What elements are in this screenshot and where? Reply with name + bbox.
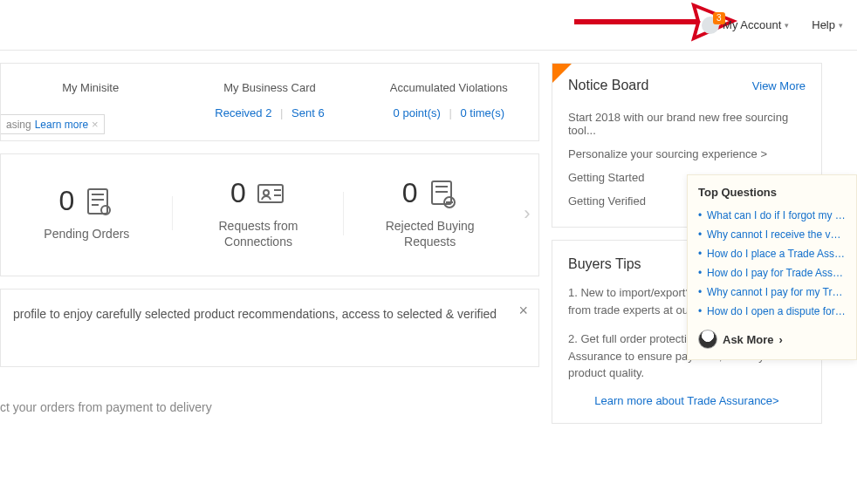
help-menu[interactable]: Help ▾ [812, 18, 843, 31]
recommendations-text: profile to enjoy carefully selected prod… [13, 307, 497, 321]
notice-item[interactable]: Personalize your sourcing experience > [568, 142, 806, 166]
svg-rect-0 [88, 189, 107, 214]
bizcard-header: My Business Card [180, 81, 359, 94]
notification-badge: 3 [713, 12, 725, 24]
corner-badge-icon [552, 64, 572, 83]
learn-more-pill: asing Learn more × [1, 114, 105, 134]
profile-links-card: My Minisite My Business Card Received 2 … [0, 63, 539, 141]
contact-card-icon [255, 178, 286, 209]
pill-text: asing [6, 119, 31, 131]
svg-point-3 [264, 190, 269, 195]
violations-times-link[interactable]: 0 time(s) [460, 106, 504, 119]
bizcard-sent-link[interactable]: Sent 6 [291, 106, 325, 119]
ask-more-label: Ask More [723, 333, 774, 346]
top-bar: 3 My Account ▾ Help ▾ [0, 0, 857, 51]
popover-title: Top Questions [698, 186, 846, 199]
stat-pending-orders[interactable]: 0 Pending Orders [1, 185, 173, 242]
faq-link[interactable]: How do I place a Trade Assur... [698, 244, 846, 263]
stat-label: Rejected Buying Requests [344, 218, 516, 249]
pill-link[interactable]: Learn more [35, 119, 88, 131]
trade-assurance-link[interactable]: Learn more about Trade Assurance> [594, 394, 778, 407]
stat-rejected-requests[interactable]: 0 Rejected Buying Requests [344, 177, 516, 249]
stat-label: Requests from Connections [173, 218, 345, 249]
agent-icon [698, 330, 717, 349]
document-reject-icon [427, 178, 458, 209]
notice-board-title: Notice Board [568, 78, 649, 93]
notice-item[interactable]: Start 2018 with our brand new free sourc… [568, 106, 806, 142]
faq-link[interactable]: How do I pay for Trade Assur... [698, 263, 846, 283]
faq-link[interactable]: Why cannot I receive the verif... [698, 225, 846, 244]
recommendations-card: × profile to enjoy carefully selected pr… [0, 289, 539, 367]
violations-header: Accumulated Violations [360, 81, 538, 94]
chevron-down-icon: ▾ [785, 21, 789, 30]
separator: | [275, 106, 288, 119]
help-label: Help [812, 18, 835, 31]
chevron-right-icon: › [779, 333, 783, 346]
stat-number: 0 [58, 185, 74, 217]
stat-label: Pending Orders [1, 226, 173, 242]
stats-card: 0 Pending Orders 0 Requests from Connect… [0, 153, 539, 276]
faq-link[interactable]: Why cannot I pay for my Trad... [698, 283, 846, 302]
my-account-menu[interactable]: 3 My Account ▾ [702, 17, 789, 34]
document-icon [83, 186, 114, 217]
stat-number: 0 [402, 177, 418, 209]
stat-number: 0 [230, 177, 246, 209]
minisite-header: My Minisite [1, 81, 180, 94]
my-account-label: My Account [723, 18, 781, 31]
view-more-link[interactable]: View More [752, 79, 806, 92]
ask-more-button[interactable]: Ask More › [698, 330, 846, 349]
close-icon[interactable]: × [92, 118, 99, 131]
violations-points-link[interactable]: 0 point(s) [394, 106, 441, 119]
top-questions-popover: Top Questions What can I do if I forgot … [687, 174, 857, 360]
protect-text: ct your orders from payment to delivery [0, 379, 539, 414]
faq-link[interactable]: How do I open a dispute for ... [698, 302, 846, 321]
chevron-down-icon: ▾ [839, 21, 843, 30]
bizcard-received-link[interactable]: Received 2 [215, 106, 271, 119]
close-icon[interactable]: × [518, 302, 528, 320]
faq-link[interactable]: What can I do if I forgot my p... [698, 206, 846, 225]
next-arrow[interactable]: › [516, 202, 538, 225]
separator: | [443, 106, 456, 119]
stat-requests-connections[interactable]: 0 Requests from Connections [173, 177, 345, 249]
